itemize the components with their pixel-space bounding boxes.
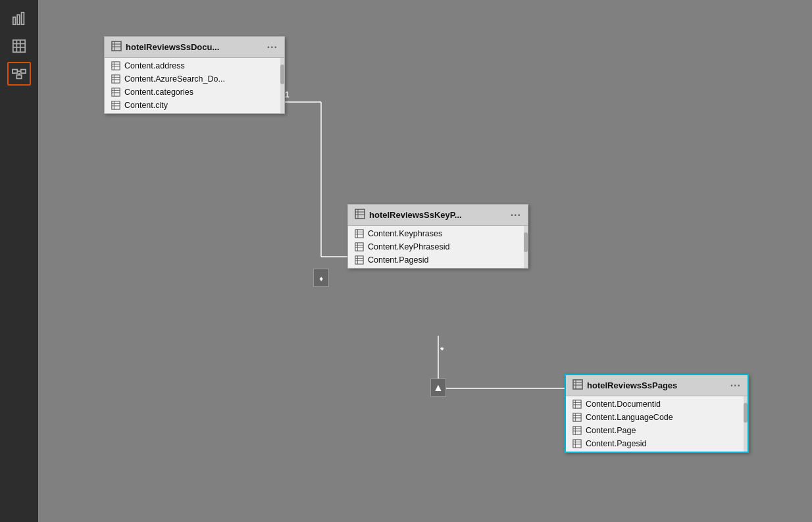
svg-rect-77	[573, 440, 581, 448]
table-title-2: hotelReviewsSsKeyP...	[369, 210, 504, 220]
field-icon	[111, 61, 120, 70]
svg-rect-37	[112, 88, 120, 96]
field-icon	[572, 400, 582, 409]
table-header-3[interactable]: hotelReviewsSsPages ···	[566, 375, 748, 396]
svg-rect-33	[112, 75, 120, 83]
field-label: Content.Documentid	[586, 400, 661, 409]
svg-rect-73	[573, 427, 581, 434]
table-menu-1[interactable]: ···	[267, 41, 278, 53]
field-row[interactable]: Content.KeyPhrasesid	[348, 240, 528, 253]
field-row[interactable]: Content.Pagesid	[348, 253, 528, 267]
table-title-3: hotelReviewsSsPages	[587, 380, 724, 390]
field-label: Content.Page	[586, 426, 636, 435]
bar-chart-icon[interactable]	[7, 7, 31, 30]
scroll-indicator-3	[744, 396, 748, 452]
sidebar	[0, 0, 38, 522]
svg-rect-1	[17, 15, 20, 25]
field-row[interactable]: Content.address	[105, 59, 284, 72]
diagram-canvas[interactable]: 1 * 1 1 ⬧ ▲ hotelReviewsSsDocu... ···	[38, 0, 812, 522]
svg-rect-65	[573, 400, 581, 408]
table-header-icon-2	[355, 209, 365, 221]
table-grid-icon[interactable]	[7, 34, 31, 58]
svg-rect-8	[13, 70, 17, 74]
field-label: Content.address	[124, 61, 185, 70]
table-menu-2[interactable]: ···	[511, 209, 521, 221]
table-header-1[interactable]: hotelReviewsSsDocu... ···	[105, 37, 284, 58]
field-label: Content.Pagesid	[368, 255, 428, 265]
svg-rect-0	[13, 17, 16, 24]
svg-rect-57	[355, 256, 363, 264]
field-label: Content.KeyPhrasesid	[368, 242, 449, 251]
field-label: Content.categories	[124, 88, 193, 97]
table-header-2[interactable]: hotelReviewsSsKeyP... ···	[348, 205, 528, 226]
table-hotelReviewsSsDocu[interactable]: hotelReviewsSsDocu... ··· Content.addres…	[104, 36, 285, 114]
scroll-indicator-2	[524, 226, 528, 268]
field-row[interactable]: Content.AzureSearch_Do...	[105, 72, 284, 86]
connector-handle-2[interactable]: ▲	[430, 378, 446, 397]
field-icon	[355, 255, 364, 265]
svg-text:*: *	[440, 345, 444, 355]
field-row[interactable]: Content.Documentid	[566, 398, 748, 411]
svg-rect-41	[112, 101, 120, 109]
field-icon	[111, 74, 120, 84]
field-label: Content.AzureSearch_Do...	[124, 74, 225, 84]
svg-rect-69	[573, 413, 581, 421]
svg-rect-53	[355, 243, 363, 251]
svg-rect-45	[355, 209, 365, 219]
field-icon	[572, 426, 582, 435]
field-label: Content.Pagesid	[586, 439, 646, 448]
svg-rect-25	[112, 41, 121, 51]
table-body-2: Content.Keyphrases Content.KeyPhrasesid	[348, 226, 528, 268]
scroll-indicator-1	[280, 58, 284, 113]
field-row[interactable]: Content.LanguageCode	[566, 411, 748, 424]
svg-rect-10	[16, 75, 21, 79]
field-row[interactable]: Content.city	[105, 99, 284, 112]
table-header-icon-1	[111, 41, 122, 53]
svg-rect-2	[22, 13, 24, 24]
table-title-1: hotelReviewsSsDocu...	[126, 42, 261, 52]
svg-rect-49	[355, 230, 363, 238]
field-icon	[355, 229, 364, 238]
svg-rect-3	[13, 40, 25, 52]
field-icon	[111, 88, 120, 97]
field-label: Content.city	[124, 101, 168, 110]
field-label: Content.Keyphrases	[368, 229, 442, 238]
field-label: Content.LanguageCode	[586, 413, 673, 422]
svg-rect-61	[573, 380, 582, 389]
table-body-3: Content.Documentid Content.LanguageCode	[566, 396, 748, 452]
svg-rect-29	[112, 62, 120, 70]
table-hotelReviewsSsKeyP[interactable]: hotelReviewsSsKeyP... ··· Content.Keyphr…	[347, 204, 528, 269]
field-row[interactable]: Content.categories	[105, 86, 284, 99]
field-icon	[355, 242, 364, 251]
field-icon	[111, 101, 120, 110]
field-icon	[572, 439, 582, 448]
table-header-icon-3	[572, 379, 583, 392]
svg-text:1: 1	[285, 90, 290, 99]
field-icon	[572, 413, 582, 422]
table-menu-3[interactable]: ···	[730, 380, 741, 392]
table-body-1: Content.address Content.AzureSearch_Do..…	[105, 58, 284, 113]
field-row[interactable]: Content.Pagesid	[566, 437, 748, 450]
table-hotelReviewsSsPages[interactable]: hotelReviewsSsPages ··· Content.Document…	[565, 374, 749, 453]
relationship-icon[interactable]	[7, 62, 31, 86]
field-row[interactable]: Content.Keyphrases	[348, 227, 528, 240]
connector-handle-1[interactable]: ⬧	[313, 269, 329, 287]
field-row[interactable]: Content.Page	[566, 424, 748, 437]
svg-rect-9	[21, 70, 26, 74]
